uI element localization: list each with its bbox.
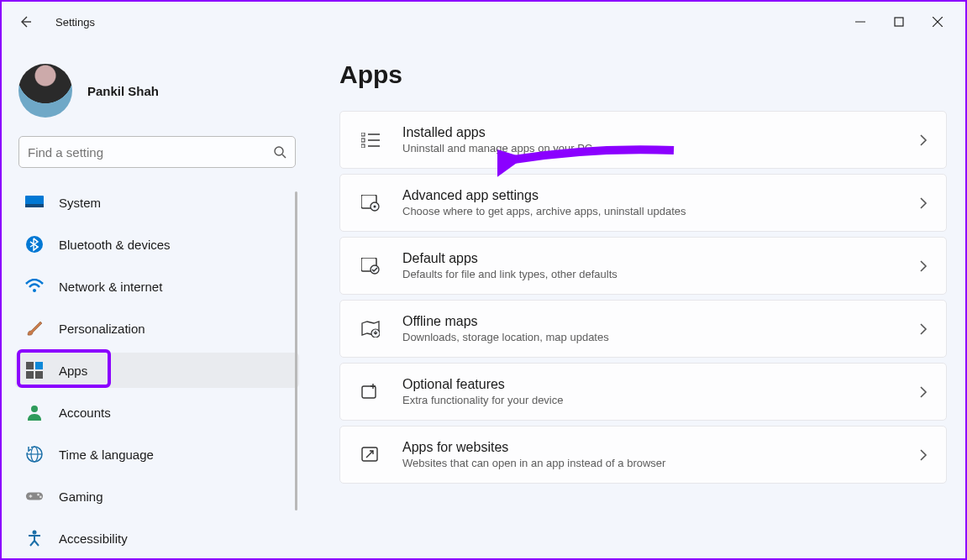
setting-optional-features[interactable]: Optional featuresExtra functionality for… — [339, 363, 947, 421]
profile-section[interactable]: Pankil Shah — [15, 52, 299, 133]
svg-rect-13 — [35, 371, 43, 379]
svg-point-21 — [39, 496, 42, 499]
brush-icon — [25, 319, 44, 338]
plus-box-icon — [359, 384, 382, 400]
titlebar: Settings — [2, 2, 965, 42]
search-input[interactable] — [28, 145, 273, 160]
svg-line-5 — [282, 154, 286, 158]
sidebar-item-label: Personalization — [59, 322, 145, 336]
sidebar-item-label: Apps — [59, 364, 87, 378]
user-name: Pankil Shah — [87, 84, 159, 98]
avatar — [18, 64, 72, 118]
sidebar-item-label: Accounts — [59, 406, 111, 420]
sidebar-item-gaming[interactable]: Gaming — [15, 479, 299, 514]
sidebar-item-label: Gaming — [59, 489, 103, 504]
sidebar-item-apps[interactable]: Apps — [15, 353, 299, 388]
svg-rect-10 — [26, 362, 34, 369]
maximize-button[interactable] — [880, 8, 918, 35]
sidebar-item-system[interactable]: System — [15, 185, 299, 220]
search-icon — [273, 145, 286, 159]
gear-box-icon — [359, 195, 382, 212]
bluetooth-icon — [25, 235, 44, 254]
setting-apps-for-websites[interactable]: Apps for websitesWebsites that can open … — [339, 426, 947, 484]
window-controls — [841, 8, 957, 35]
setting-body: Default appsDefaults for file and link t… — [402, 251, 919, 280]
sidebar-item-label: Accessibility — [59, 531, 128, 546]
sidebar-item-time[interactable]: Time & language — [15, 437, 299, 472]
svg-rect-7 — [25, 204, 44, 207]
minimize-button[interactable] — [841, 8, 880, 35]
svg-point-14 — [31, 406, 38, 412]
window-title: Settings — [55, 16, 95, 29]
setting-title: Apps for websites — [402, 440, 919, 455]
chevron-right-icon — [919, 134, 928, 146]
system-icon — [25, 193, 44, 212]
setting-title: Offline maps — [402, 314, 919, 329]
setting-body: Offline mapsDownloads, storage location,… — [402, 314, 919, 343]
chevron-right-icon — [919, 197, 928, 209]
sidebar-item-bluetooth[interactable]: Bluetooth & devices — [15, 227, 299, 262]
setting-subtitle: Extra functionality for your device — [402, 394, 919, 406]
setting-subtitle: Websites that can open in an app instead… — [402, 457, 919, 469]
setting-title: Default apps — [402, 251, 919, 266]
sidebar-item-network[interactable]: Network & internet — [15, 269, 299, 304]
setting-title: Advanced app settings — [402, 188, 919, 203]
setting-title: Installed apps — [402, 125, 919, 140]
setting-body: Apps for websitesWebsites that can open … — [402, 440, 919, 469]
setting-body: Installed appsUninstall and manage apps … — [402, 125, 919, 154]
setting-body: Optional featuresExtra functionality for… — [402, 377, 919, 406]
setting-subtitle: Downloads, storage location, map updates — [402, 331, 919, 343]
sidebar-item-accounts[interactable]: Accounts — [15, 395, 299, 430]
svg-point-4 — [275, 147, 283, 155]
sidebar: Pankil Shah SystemBluetooth & devicesNet… — [2, 42, 313, 558]
svg-rect-11 — [35, 362, 43, 369]
svg-rect-12 — [26, 371, 34, 379]
setting-subtitle: Uninstall and manage apps on your PC — [402, 142, 919, 154]
search-box[interactable] — [18, 136, 296, 168]
wifi-icon — [25, 277, 44, 296]
sidebar-item-label: Network & internet — [59, 280, 162, 294]
accessibility-icon — [25, 529, 44, 547]
sidebar-item-label: Bluetooth & devices — [59, 238, 171, 252]
apps-icon — [25, 361, 44, 379]
arrow-left-icon — [18, 15, 32, 29]
svg-rect-23 — [361, 133, 365, 136]
globe-icon — [25, 445, 44, 463]
svg-rect-25 — [361, 144, 365, 148]
person-icon — [25, 403, 44, 421]
scrollbar[interactable] — [295, 191, 297, 510]
setting-subtitle: Choose where to get apps, archive apps, … — [402, 205, 919, 217]
chevron-right-icon — [919, 323, 928, 335]
svg-point-20 — [37, 494, 39, 496]
setting-body: Advanced app settingsChoose where to get… — [402, 188, 919, 217]
close-button[interactable] — [918, 8, 957, 35]
svg-point-9 — [33, 289, 36, 292]
page-title: Apps — [339, 60, 947, 89]
chevron-right-icon — [919, 386, 928, 398]
main-panel: Apps Installed appsUninstall and manage … — [313, 42, 965, 558]
setting-subtitle: Defaults for file and link types, other … — [402, 268, 919, 280]
back-button[interactable] — [10, 7, 40, 37]
maximize-icon — [894, 17, 904, 27]
setting-offline-maps[interactable]: Offline mapsDownloads, storage location,… — [339, 300, 947, 358]
sidebar-item-label: System — [59, 196, 101, 210]
close-icon — [933, 17, 943, 27]
sidebar-item-accessibility[interactable]: Accessibility — [15, 521, 299, 556]
setting-installed-apps[interactable]: Installed appsUninstall and manage apps … — [339, 111, 947, 169]
settings-list: Installed appsUninstall and manage apps … — [339, 111, 947, 484]
chevron-right-icon — [919, 449, 928, 461]
svg-point-22 — [33, 531, 37, 535]
minimize-icon — [855, 17, 865, 27]
map-icon — [359, 321, 382, 338]
setting-advanced-app-settings[interactable]: Advanced app settingsChoose where to get… — [339, 174, 947, 232]
nav-list: SystemBluetooth & devicesNetwork & inter… — [15, 185, 299, 558]
check-box-icon — [359, 258, 382, 275]
setting-title: Optional features — [402, 377, 919, 392]
setting-default-apps[interactable]: Default appsDefaults for file and link t… — [339, 237, 947, 295]
svg-rect-1 — [895, 18, 903, 26]
svg-rect-24 — [361, 139, 365, 142]
svg-point-31 — [374, 205, 376, 207]
chevron-right-icon — [919, 260, 928, 272]
gamepad-icon — [25, 487, 44, 505]
sidebar-item-personalization[interactable]: Personalization — [15, 311, 299, 346]
